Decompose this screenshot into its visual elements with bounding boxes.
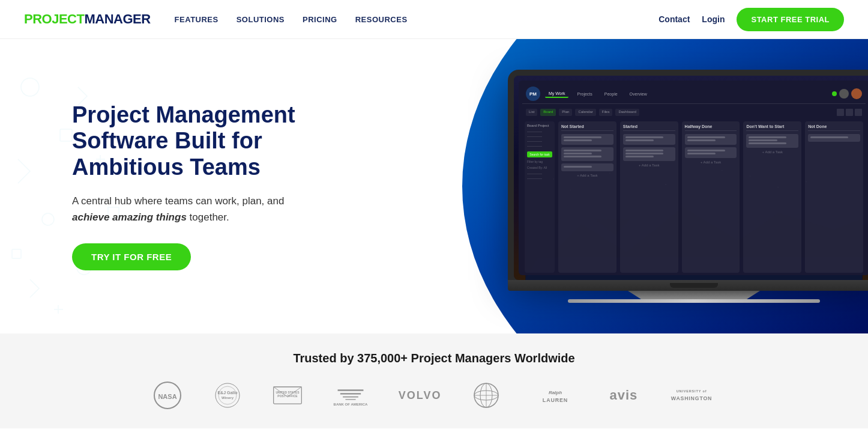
ralph-icon: Ralph LAUREN — [531, 383, 579, 407]
logo-usps: UNITED STATES POST OFFICE — [273, 380, 303, 410]
svg-point-26 — [215, 383, 240, 407]
laptop-notch — [670, 283, 718, 288]
app-view-files[interactable]: Files — [599, 109, 613, 116]
nav-link-solutions[interactable]: SOLUTIONS — [237, 15, 285, 24]
gallo-icon: E&J Gallo Winery — [212, 380, 243, 410]
boa-icon: BANK OF AMERICA — [333, 380, 369, 410]
trusted-logos: NASA E&J Gallo Winery UNITED STATES POST… — [24, 380, 844, 410]
hero-section: Project Management Software Built for Am… — [0, 39, 868, 333]
app-view-board[interactable]: Board — [540, 109, 556, 116]
kanban-col-header: Not Done — [808, 124, 860, 131]
nav-link-features[interactable]: FEATURES — [175, 15, 219, 24]
laptop-stand — [628, 291, 760, 299]
logo-uw: UNIVERSITY of WASHINGTON — [668, 383, 716, 407]
svg-text:BANK OF AMERICA: BANK OF AMERICA — [333, 403, 367, 406]
nav-link-pricing[interactable]: PRICING — [303, 15, 337, 24]
svg-text:NASA: NASA — [158, 393, 176, 400]
kanban-card — [623, 147, 675, 161]
nasa-icon: NASA — [152, 380, 182, 410]
app-view-list[interactable]: List — [526, 109, 537, 116]
svg-text:WASHINGTON: WASHINGTON — [671, 395, 712, 401]
kanban-sidebar: Board Project ————— ————— ————— ————— Se… — [525, 121, 555, 273]
svg-text:E&J Gallo: E&J Gallo — [217, 391, 237, 395]
app-view-calendar[interactable]: Calendar — [575, 109, 595, 116]
kanban-card — [561, 134, 613, 145]
logo-manager: MANAGER — [84, 11, 150, 27]
start-trial-button[interactable]: START FREE TRIAL — [737, 8, 844, 31]
laptop-screen-inner: PM My Work Projects People Overview — [514, 76, 868, 280]
contact-link[interactable]: Contact — [659, 14, 690, 24]
app-tab-overview[interactable]: Overview — [626, 91, 651, 97]
logo-avis: avis — [609, 388, 637, 403]
kanban-col-header: Not Started — [561, 124, 613, 131]
logo-volvo: VOLVO — [399, 389, 442, 402]
laptop-outer: PM My Work Projects People Overview — [508, 70, 868, 280]
app-toolbar: List Board Plan Calendar Files Dashboard — [522, 107, 866, 118]
avis-text: avis — [609, 388, 637, 403]
hero-subtitle-end: together. — [187, 211, 229, 223]
nav-links: FEATURES SOLUTIONS PRICING RESOURCES — [175, 15, 408, 24]
laptop-base — [508, 280, 868, 291]
kanban-card — [685, 134, 737, 145]
kanban-col-header: Halfway Done — [685, 124, 737, 131]
hero-content: Project Management Software Built for Am… — [0, 66, 300, 306]
try-free-button[interactable]: TRY IT FOR FREE — [72, 243, 191, 270]
app-tab-mywork[interactable]: My Work — [545, 90, 568, 98]
app-view-plan[interactable]: Plan — [559, 109, 572, 116]
kanban-card — [561, 163, 613, 171]
kanban-card — [561, 147, 613, 161]
kanban-card — [685, 147, 737, 158]
kanban-col-halfwaydone: Halfway Done + Add a Task — [682, 121, 740, 273]
logo-ralph: Ralph LAUREN — [531, 383, 579, 407]
hero-laptop: PM My Work Projects People Overview — [508, 70, 868, 303]
logo-un — [471, 380, 501, 410]
svg-text:Winery: Winery — [222, 396, 234, 400]
trusted-section: Trusted by 375,000+ Project Managers Wor… — [0, 333, 868, 428]
kanban-col-notdone: Not Done — [805, 121, 863, 273]
kanban-col-header: Started — [623, 124, 675, 131]
kanban-card — [623, 134, 675, 145]
hero-subtitle: A central hub where teams can work, plan… — [72, 193, 300, 225]
kanban-card — [746, 134, 798, 148]
navbar-left: PROJECTMANAGER FEATURES SOLUTIONS PRICIN… — [24, 11, 408, 27]
kanban-col-notstarted: Not Started — [558, 121, 616, 273]
svg-text:UNIVERSITY of: UNIVERSITY of — [677, 389, 707, 393]
app-tab-people[interactable]: People — [601, 91, 621, 97]
logo-boa: BANK OF AMERICA — [333, 380, 369, 410]
usps-icon: UNITED STATES POST OFFICE — [273, 380, 303, 410]
svg-text:Ralph: Ralph — [549, 390, 562, 395]
kanban-col-dontwant: Don't Want to Start + Add a Task — [743, 121, 801, 273]
hero-subtitle-plain: A central hub where teams can work, plan… — [72, 195, 284, 207]
laptop-foot — [568, 299, 820, 303]
hero-title: Project Management Software Built for Am… — [72, 102, 300, 181]
kanban-col-header: Don't Want to Start — [746, 124, 798, 131]
hero-subtitle-em: achieve amazing things — [72, 211, 187, 223]
volvo-text: VOLVO — [399, 389, 442, 402]
logo-gallo: E&J Gallo Winery — [212, 380, 243, 410]
logo-nasa: NASA — [152, 380, 182, 410]
kanban-board: Board Project ————— ————— ————— ————— Se… — [522, 121, 866, 273]
svg-point-27 — [219, 386, 237, 404]
app-ui-overlay: PM My Work Projects People Overview — [519, 81, 868, 275]
logo-project: PROJECT — [24, 11, 84, 27]
navbar-right: Contact Login START FREE TRIAL — [659, 8, 844, 31]
laptop-screen: PM My Work Projects People Overview — [514, 76, 868, 280]
kanban-card — [808, 134, 860, 142]
svg-text:POST OFFICE: POST OFFICE — [277, 394, 298, 398]
app-top-bar: PM My Work Projects People Overview — [522, 84, 866, 104]
svg-text:LAUREN: LAUREN — [543, 397, 568, 403]
app-view-dashboard[interactable]: Dashboard — [615, 109, 639, 116]
uw-icon: UNIVERSITY of WASHINGTON — [668, 383, 716, 407]
nav-link-resources[interactable]: RESOURCES — [355, 15, 408, 24]
navbar: PROJECTMANAGER FEATURES SOLUTIONS PRICIN… — [0, 0, 868, 39]
app-tab-projects[interactable]: Projects — [573, 91, 595, 97]
kanban-col-started: Started + Add a Task — [620, 121, 678, 273]
trusted-title: Trusted by 375,000+ Project Managers Wor… — [24, 351, 844, 365]
login-link[interactable]: Login — [702, 14, 725, 24]
un-icon — [471, 380, 501, 410]
logo[interactable]: PROJECTMANAGER — [24, 11, 151, 27]
